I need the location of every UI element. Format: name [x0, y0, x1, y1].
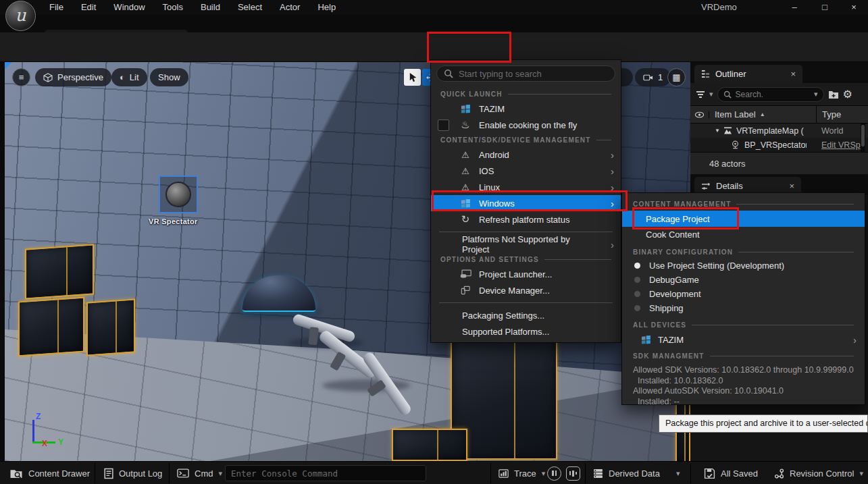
tab-outliner[interactable]: Outliner ×: [694, 65, 802, 83]
platforms-search[interactable]: [436, 65, 615, 82]
menu-item-packaging-settings[interactable]: Packaging Settings...: [431, 307, 621, 323]
close-icon[interactable]: ×: [789, 181, 794, 191]
minimize-button[interactable]: –: [784, 0, 805, 15]
select-tool-button[interactable]: [404, 69, 421, 86]
column-item-label[interactable]: Item Label: [715, 109, 756, 119]
menu-window[interactable]: Window: [105, 0, 153, 15]
camera-lens-icon: [165, 182, 191, 207]
menu-item-label: Project Launcher...: [479, 269, 552, 279]
menu-item-android[interactable]: ⚠ Android ›: [431, 146, 621, 163]
menu-build[interactable]: Build: [192, 0, 229, 15]
menu-item-label: Platforms Not Supported by Project: [462, 234, 598, 254]
axis-y-label: Y: [58, 437, 63, 447]
chevron-right-icon: ›: [611, 150, 614, 160]
viewport-active-corner: [5, 62, 12, 70]
lit-dropdown[interactable]: ◐ Lit: [111, 68, 147, 86]
scene-cube[interactable]: [18, 297, 84, 357]
radio-shipping[interactable]: Shipping: [622, 301, 865, 315]
menu-tools[interactable]: Tools: [154, 0, 192, 15]
output-log-button[interactable]: Output Log: [104, 462, 162, 484]
menu-item-tazim-device[interactable]: TAZIM ›: [622, 331, 865, 348]
insights-snapshot-button[interactable]: [566, 462, 580, 484]
add-folder-icon[interactable]: [828, 90, 839, 99]
menu-actor[interactable]: Actor: [271, 0, 309, 15]
section-sdk-managment: SDK MANAGMENT: [622, 349, 865, 362]
visibility-column[interactable]: [690, 111, 709, 118]
menu-select[interactable]: Select: [229, 0, 271, 15]
checkbox[interactable]: [438, 119, 449, 131]
outliner-settings-gear-icon[interactable]: ⚙: [843, 88, 852, 101]
menu-file[interactable]: File: [41, 0, 72, 15]
outliner-row-world[interactable]: ▼ VRTemplateMap (E World: [690, 124, 868, 138]
expand-icon[interactable]: ▼: [715, 128, 720, 134]
perspective-cube-icon: [43, 73, 53, 82]
sdk-info-line: Installed: 10.0.18362.0: [633, 376, 858, 387]
close-icon[interactable]: ×: [790, 69, 796, 79]
window-title: VRDemo: [701, 2, 737, 12]
chevron-down-icon[interactable]: ▾: [814, 90, 818, 99]
viewport-layout-button[interactable]: ▦: [667, 68, 686, 86]
outliner-scrollbar[interactable]: [861, 124, 865, 153]
menu-item-tazim[interactable]: TAZIM: [431, 101, 621, 117]
viewport-options-button[interactable]: ≡: [12, 68, 30, 86]
menu-item-label: TAZIM: [658, 335, 684, 345]
menu-help[interactable]: Help: [309, 0, 344, 15]
vr-spectator-actor[interactable]: [159, 176, 198, 213]
windows-logo-icon: [461, 104, 471, 114]
menu-item-refresh[interactable]: ↺ Refresh platform status: [431, 211, 621, 227]
camera-icon: [643, 74, 653, 82]
menu-edit[interactable]: Edit: [72, 0, 105, 15]
menu-item-supported-platforms[interactable]: Supported Platforms...: [431, 323, 621, 340]
hamburger-icon: ≡: [19, 72, 24, 82]
insights-snapshot-icon: [566, 466, 580, 481]
scrollbar-thumb[interactable]: [861, 125, 865, 146]
title-bar: File Edit Window Tools Build Select Acto…: [0, 0, 868, 15]
all-saved-button[interactable]: All Saved: [704, 462, 758, 484]
outliner-icon: [701, 70, 710, 78]
show-dropdown[interactable]: Show: [150, 68, 188, 86]
chevron-down-icon[interactable]: ▾: [709, 90, 713, 99]
warning-icon: ⚠: [458, 166, 473, 176]
menu-item-project-launcher[interactable]: Project Launcher...: [431, 266, 621, 282]
unreal-logo-icon[interactable]: u: [5, 1, 36, 31]
lit-label: Lit: [130, 72, 139, 82]
scene-cube[interactable]: [25, 244, 94, 299]
filter-icon[interactable]: [696, 90, 705, 99]
outliner-search-input[interactable]: [736, 90, 798, 99]
edit-vrs-link[interactable]: Edit VRSp: [821, 140, 863, 150]
section-content-sdk: CONTENT/SDK/DEVICE MANAGEMENT: [431, 133, 621, 146]
statusbar-divider: [690, 463, 691, 483]
insights-session-button[interactable]: [547, 462, 561, 484]
trace-dropdown[interactable]: Trace ▾: [499, 462, 545, 484]
menu-item-cook-fly[interactable]: ♨ Enable cooking on the fly: [431, 117, 621, 133]
scene-cube[interactable]: [86, 298, 135, 356]
radio-use-project-setting[interactable]: Use Project Setting (Development): [622, 259, 865, 273]
cmd-dropdown[interactable]: Cmd ▾: [177, 462, 222, 484]
maximize-button[interactable]: □: [814, 0, 836, 15]
chevron-down-icon: ▾: [218, 469, 222, 478]
menu-item-not-supported[interactable]: Platforms Not Supported by Project ›: [431, 236, 621, 252]
menu-item-ios[interactable]: ⚠ IOS ›: [431, 163, 621, 179]
revision-control-dropdown[interactable]: Revision Control ▾: [774, 462, 863, 484]
menu-item-device-manager[interactable]: Device Manager...: [431, 282, 621, 298]
column-type-label: Type: [822, 109, 841, 119]
perspective-dropdown[interactable]: Perspective: [35, 68, 111, 86]
camera-speed-button[interactable]: 1: [635, 68, 671, 86]
outliner-row-spectator[interactable]: BP_VRSpectator Edit VRSp: [690, 138, 868, 152]
column-type[interactable]: Type: [816, 106, 868, 123]
console-command-field[interactable]: [225, 465, 426, 481]
radio-debuggame[interactable]: DebugGame: [622, 273, 865, 287]
console-command-input[interactable]: [231, 468, 420, 479]
maximize-icon: □: [822, 2, 827, 12]
derived-data-dropdown[interactable]: Derived Data ▾: [593, 462, 680, 484]
refresh-icon: ↺: [458, 213, 473, 225]
platforms-search-input[interactable]: [459, 69, 594, 79]
scene-cube[interactable]: [392, 429, 467, 461]
minimize-icon: –: [792, 2, 796, 12]
radio-label: Development: [649, 289, 701, 299]
content-drawer-button[interactable]: Content Drawer: [9, 462, 90, 484]
outliner-search[interactable]: ▾: [717, 87, 824, 102]
chevron-down-icon: ▾: [676, 469, 680, 478]
radio-development[interactable]: Development: [622, 287, 865, 301]
close-button[interactable]: ×: [843, 0, 865, 15]
